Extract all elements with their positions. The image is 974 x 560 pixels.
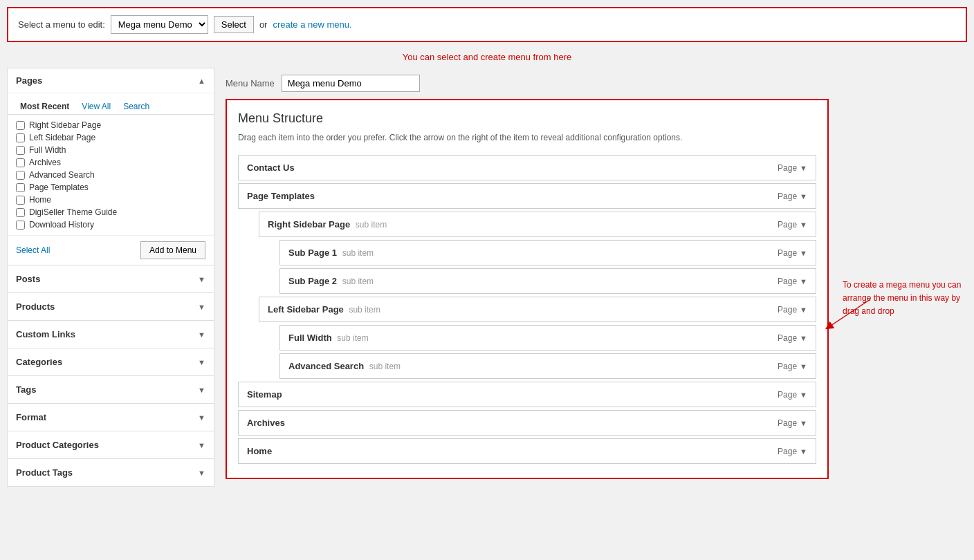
select-button[interactable]: Select (214, 16, 254, 33)
products-header[interactable]: Products ▼ (8, 293, 214, 320)
page-checkbox-4[interactable] (16, 171, 25, 180)
menu-item-label-4: Sub Page 2 (288, 276, 337, 286)
svg-line-0 (829, 299, 870, 327)
page-label-0: Right Sidebar Page (29, 120, 101, 130)
list-item: Home (16, 194, 205, 206)
page-checkbox-5[interactable] (16, 183, 25, 192)
chevron-down-icon-2[interactable]: ▼ (800, 221, 807, 229)
pages-actions: Select All Add to Menu (8, 236, 214, 265)
menu-item-type-2: Page (778, 220, 797, 230)
menu-item-type-7: Page (778, 362, 797, 371)
menu-item-type-10: Page (778, 447, 797, 456)
menu-item-label-3: Sub Page 1 (288, 248, 337, 258)
page-checkbox-7[interactable] (16, 208, 25, 217)
page-checkbox-6[interactable] (16, 196, 25, 205)
menu-item-type-8: Page (778, 390, 797, 400)
posts-title: Posts (16, 274, 40, 284)
create-new-menu-link[interactable]: create a new menu. (273, 19, 351, 30)
menu-name-row: Menu Name (226, 68, 967, 99)
product-tags-chevron-icon: ▼ (198, 469, 205, 477)
menu-select-dropdown[interactable]: Mega menu Demo (111, 15, 208, 34)
page-label-8: Download History (29, 220, 94, 230)
menu-item-right-sidebar: Right Sidebar Page sub item Page ▼ (259, 212, 816, 237)
custom-links-chevron-icon: ▼ (198, 330, 205, 339)
page-label-7: DigiSeller Theme Guide (29, 207, 117, 217)
menu-item-label-8: Sitemap (247, 389, 282, 400)
chevron-down-icon-4[interactable]: ▼ (800, 277, 807, 286)
tags-header[interactable]: Tags ▼ (8, 376, 214, 403)
page-label-1: Left Sidebar Page (29, 133, 95, 142)
page-label-6: Home (29, 195, 51, 205)
menu-item-label-10: Home (247, 446, 272, 456)
menu-item-label-5: Left Sidebar Page (268, 304, 344, 315)
menu-item-label-7: Advanced Search (288, 361, 364, 371)
posts-chevron-icon: ▼ (198, 275, 205, 283)
menu-item-label-1: Page Templates (247, 191, 315, 201)
list-item: Left Sidebar Page (16, 131, 205, 144)
page-checkbox-1[interactable] (16, 133, 25, 142)
pages-chevron-icon: ▲ (198, 77, 205, 85)
page-checkbox-3[interactable] (16, 158, 25, 167)
chevron-down-icon-6[interactable]: ▼ (800, 334, 807, 342)
menu-item-type-0: Page (778, 163, 797, 173)
menu-item-page-templates: Page Templates Page ▼ (238, 183, 816, 209)
menu-item-type-6: Page (778, 333, 797, 343)
menu-item-sub-page-1: Sub Page 1 sub item Page ▼ (279, 240, 816, 265)
tab-view-all[interactable]: View All (77, 99, 115, 114)
format-title: Format (16, 412, 46, 422)
list-item: Page Templates (16, 181, 205, 194)
chevron-down-icon-3[interactable]: ▼ (800, 249, 807, 257)
tab-most-recent[interactable]: Most Recent (16, 99, 73, 114)
categories-chevron-icon: ▼ (198, 358, 205, 366)
chevron-down-icon-0[interactable]: ▼ (800, 164, 807, 172)
custom-links-header[interactable]: Custom Links ▼ (8, 321, 214, 348)
menu-item-right-5: Page ▼ (778, 305, 807, 315)
menu-item-sub-2: sub item (356, 220, 387, 230)
format-chevron-icon: ▼ (198, 413, 205, 422)
notice-text: You can select and create menu from here (0, 49, 974, 68)
menu-item-home: Home Page ▼ (238, 438, 816, 464)
pages-header[interactable]: Pages ▲ (8, 68, 214, 93)
menu-item-right-2: Page ▼ (778, 220, 807, 230)
select-all-link[interactable]: Select All (16, 245, 50, 255)
product-categories-header[interactable]: Product Categories ▼ (8, 431, 214, 458)
posts-section: Posts ▼ (7, 265, 214, 293)
page-checkbox-8[interactable] (16, 221, 25, 230)
menu-item-type-1: Page (778, 192, 797, 201)
product-tags-header[interactable]: Product Tags ▼ (8, 459, 214, 486)
tags-title: Tags (16, 384, 36, 395)
chevron-down-icon-9[interactable]: ▼ (800, 419, 807, 427)
pages-tabs: Most Recent View All Search (8, 93, 214, 115)
page-checkbox-2[interactable] (16, 146, 25, 155)
chevron-down-icon-8[interactable]: ▼ (800, 391, 807, 399)
categories-header[interactable]: Categories ▼ (8, 348, 214, 375)
menu-item-label-9: Archives (247, 418, 285, 428)
page-checkbox-0[interactable] (16, 121, 25, 130)
tab-search[interactable]: Search (119, 99, 154, 114)
posts-header[interactable]: Posts ▼ (8, 265, 214, 292)
right-content: Menu Name Menu Structure Drag each item … (214, 68, 967, 487)
add-to-menu-button[interactable]: Add to Menu (140, 241, 205, 259)
chevron-down-icon-10[interactable]: ▼ (800, 447, 807, 456)
menu-name-input[interactable] (282, 75, 420, 92)
menu-item-label-0: Contact Us (247, 162, 295, 173)
menu-item-right-0: Page ▼ (778, 163, 807, 173)
annotation-area: To create a mega menu you can arrange th… (829, 99, 967, 319)
menu-item-type-9: Page (778, 418, 797, 428)
chevron-down-icon-5[interactable]: ▼ (800, 306, 807, 314)
menu-item-right-7: Page ▼ (778, 362, 807, 371)
page-label-4: Advanced Search (29, 170, 95, 180)
tags-chevron-icon: ▼ (198, 386, 205, 394)
chevron-down-icon-1[interactable]: ▼ (800, 192, 807, 200)
menu-item-right-6: Page ▼ (778, 333, 807, 343)
format-header[interactable]: Format ▼ (8, 404, 214, 431)
menu-select-bar: Select a menu to edit: Mega menu Demo Se… (7, 7, 967, 42)
page-label-5: Page Templates (29, 183, 89, 192)
menu-structure-description: Drag each item into the order you prefer… (238, 131, 816, 144)
menu-item-right-1: Page ▼ (778, 192, 807, 201)
chevron-down-icon-7[interactable]: ▼ (800, 362, 807, 371)
menu-item-right-10: Page ▼ (778, 447, 807, 456)
menu-item-sub-4: sub item (342, 277, 374, 286)
pages-title: Pages (16, 75, 42, 86)
menu-item-sub-7: sub item (369, 362, 401, 371)
